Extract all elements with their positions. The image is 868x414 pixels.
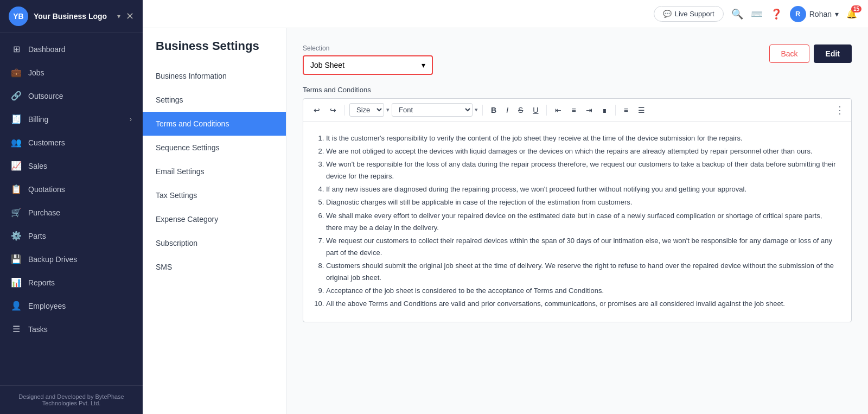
sidebar: YB Your Business Logo ▾ ✕ ⊞ Dashboard 💼 … — [0, 0, 143, 414]
jobs-icon: 💼 — [11, 67, 22, 78]
settings-menu-business-info[interactable]: Business Information — [143, 64, 286, 88]
align-center-button[interactable]: ≡ — [567, 104, 579, 117]
toolbar-separator — [482, 105, 483, 116]
sidebar-item-label: Customers — [28, 138, 65, 147]
terms-list-item: We shall make every effort to deliver yo… — [326, 210, 838, 234]
selection-area: Selection Job Sheet ▾ — [303, 44, 433, 75]
sidebar-item-purchase[interactable]: 🛒 Purchase — [0, 201, 143, 224]
selection-dropdown[interactable]: Job Sheet ▾ — [303, 55, 433, 75]
logo-text: Your Business Logo — [34, 12, 112, 21]
bold-button[interactable]: B — [487, 104, 500, 117]
content-area: Business Settings Business Information S… — [143, 28, 868, 414]
user-name: Rohan — [809, 10, 832, 18]
terms-label: Terms and Conditions — [303, 86, 852, 94]
sidebar-item-sales[interactable]: 📈 Sales — [0, 154, 143, 177]
align-right-button[interactable]: ⇥ — [582, 104, 596, 117]
sidebar-item-label: Quotations — [28, 185, 65, 194]
live-support-icon: 💬 — [663, 10, 672, 18]
terms-list-item: We request our customers to collect thei… — [326, 235, 838, 259]
back-button[interactable]: Back — [769, 44, 809, 63]
sidebar-item-label: Outsource — [28, 92, 63, 100]
chevron-down-icon: ▾ — [475, 106, 478, 113]
sidebar-item-label: Sales — [28, 162, 47, 170]
settings-menu-tax[interactable]: Tax Settings — [143, 183, 286, 207]
sidebar-item-outsource[interactable]: 🔗 Outsource — [0, 84, 143, 107]
terms-list-item: We won't be responsible for the loss of … — [326, 158, 838, 182]
customers-icon: 👥 — [11, 137, 22, 148]
terms-list-item: Customers should submit the original job… — [326, 260, 838, 284]
font-family-select[interactable]: Font ArialTimes New RomanVerdana — [392, 103, 473, 117]
terms-list-item: Acceptance of the job sheet is considere… — [326, 285, 838, 297]
terms-list-item: We are not obliged to accept the devices… — [326, 145, 838, 157]
user-menu[interactable]: R Rohan ▾ — [790, 6, 839, 22]
reports-icon: 📊 — [11, 277, 22, 288]
chevron-down-icon: ▾ — [117, 12, 120, 20]
chevron-down-icon: ▾ — [422, 61, 425, 69]
dashboard-icon: ⊞ — [11, 44, 22, 54]
keyboard-icon[interactable]: ⌨️ — [751, 8, 763, 20]
live-support-button[interactable]: 💬 Live Support — [654, 6, 724, 22]
settings-menu-email[interactable]: Email Settings — [143, 160, 286, 183]
editor-container: ↩ ↪ Size 81012141618 ▾ Font ArialTimes N… — [303, 98, 852, 322]
sidebar-item-customers[interactable]: 👥 Customers — [0, 131, 143, 154]
search-icon[interactable]: 🔍 — [731, 8, 743, 20]
live-support-label: Live Support — [675, 10, 714, 18]
sidebar-item-tasks[interactable]: ☰ Tasks — [0, 317, 143, 341]
font-size-select[interactable]: Size 81012141618 — [349, 103, 384, 117]
more-options-icon[interactable]: ⋮ — [835, 104, 845, 116]
chevron-down-icon: ▾ — [386, 106, 390, 113]
dropdown-value: Job Sheet — [310, 61, 344, 69]
settings-menu-sequence[interactable]: Sequence Settings — [143, 136, 286, 160]
main-content: Selection Job Sheet ▾ Back Edit Terms an… — [286, 28, 868, 414]
sidebar-item-backup-drives[interactable]: 💾 Backup Drives — [0, 247, 143, 271]
help-icon[interactable]: ❓ — [770, 8, 782, 20]
settings-menu-settings[interactable]: Settings — [143, 88, 286, 112]
selection-label: Selection — [303, 44, 433, 52]
sidebar-item-label: Reports — [28, 278, 55, 287]
notification-count: 15 — [851, 5, 861, 12]
editor-body[interactable]: It is the customer's responsibility to v… — [303, 122, 851, 322]
redo-button[interactable]: ↪ — [326, 104, 340, 117]
sidebar-item-parts[interactable]: ⚙️ Parts — [0, 224, 143, 247]
purchase-icon: 🛒 — [11, 207, 22, 218]
underline-button[interactable]: U — [529, 104, 542, 117]
ordered-list-button[interactable]: ≡ — [620, 104, 632, 117]
notification-bell[interactable]: 🔔 15 — [846, 9, 857, 19]
unordered-list-button[interactable]: ☰ — [634, 104, 649, 117]
action-buttons: Back Edit — [769, 44, 852, 63]
align-left-button[interactable]: ⇤ — [551, 104, 565, 117]
edit-button[interactable]: Edit — [814, 44, 852, 63]
page-title: Business Settings — [143, 39, 286, 64]
italic-button[interactable]: I — [502, 104, 512, 117]
sidebar-item-billing[interactable]: 🧾 Billing › — [0, 107, 143, 131]
justify-button[interactable]: ∎ — [598, 104, 611, 117]
settings-menu-sms[interactable]: SMS — [143, 255, 286, 279]
sidebar-item-label: Backup Drives — [28, 255, 77, 264]
avatar: R — [790, 6, 806, 22]
quotations-icon: 📋 — [11, 184, 22, 194]
terms-list-item: All the above Terms and Conditions are v… — [326, 298, 838, 310]
settings-menu-expense[interactable]: Expense Category — [143, 207, 286, 231]
sidebar-item-label: Billing — [28, 115, 48, 124]
close-icon[interactable]: ✕ — [126, 10, 134, 22]
editor-toolbar: ↩ ↪ Size 81012141618 ▾ Font ArialTimes N… — [303, 99, 851, 122]
sidebar-item-jobs[interactable]: 💼 Jobs — [0, 61, 143, 84]
terms-list-item: Diagnostic charges will still be applica… — [326, 196, 838, 208]
sidebar-item-employees[interactable]: 👤 Employees — [0, 294, 143, 317]
sidebar-item-dashboard[interactable]: ⊞ Dashboard — [0, 37, 143, 61]
chevron-right-icon: › — [130, 116, 132, 123]
sidebar-item-quotations[interactable]: 📋 Quotations — [0, 177, 143, 201]
toolbar-separator — [344, 105, 345, 116]
toolbar-separator — [615, 105, 616, 116]
top-row: Selection Job Sheet ▾ Back Edit — [303, 44, 852, 75]
sidebar-nav: ⊞ Dashboard 💼 Jobs 🔗 Outsource 🧾 Billing… — [0, 33, 143, 385]
sidebar-item-label: Purchase — [28, 208, 60, 217]
parts-icon: ⚙️ — [11, 231, 22, 241]
billing-icon: 🧾 — [11, 114, 22, 124]
sidebar-item-label: Employees — [28, 302, 66, 310]
settings-menu-terms[interactable]: Terms and Conditions — [143, 112, 286, 136]
sidebar-item-reports[interactable]: 📊 Reports — [0, 271, 143, 294]
settings-menu-subscription[interactable]: Subscription — [143, 231, 286, 255]
strikethrough-button[interactable]: S — [514, 104, 527, 117]
undo-button[interactable]: ↩ — [310, 104, 324, 117]
